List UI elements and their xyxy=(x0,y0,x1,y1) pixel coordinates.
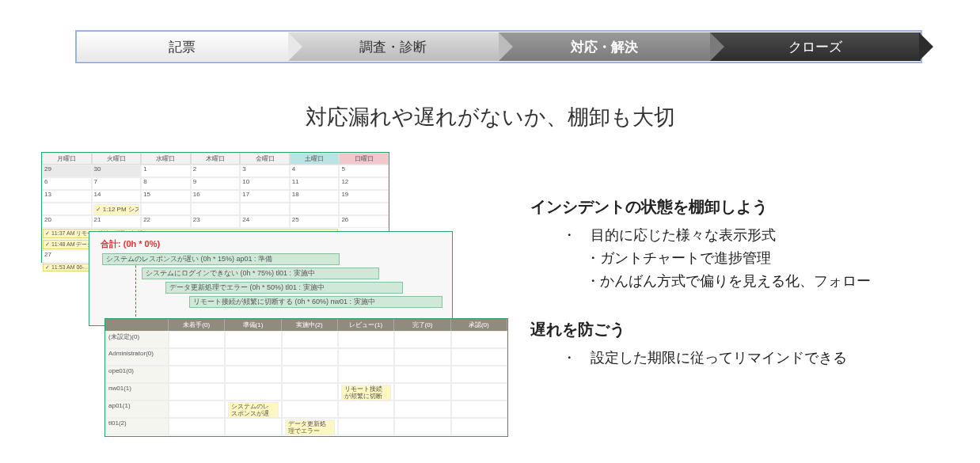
gantt-bar: システムにログインできない (0h * 75%) tl01 : 実施中 xyxy=(142,268,379,279)
kanban-row-label: nw01(1) xyxy=(105,383,169,400)
gantt-bar: リモート接続が頻繁に切断する (0h * 60%) nw01 : 実施中 xyxy=(189,296,443,308)
kanban-row-label: Administrator(0) xyxy=(105,348,169,366)
calendar-event: ✓ 11:53 AM 06-… xyxy=(43,264,90,271)
right-text-column: インシデントの状態を棚卸しよう ・ 目的に応じた様々な表示形式 ・ガントチャート… xyxy=(530,196,942,370)
calendar-header: 月曜日 火曜日 水曜日 木曜日 金曜日 土曜日 日曜日 xyxy=(42,153,389,165)
kanban-row: Administrator(0) xyxy=(105,348,507,366)
day-sun: 日曜日 xyxy=(339,153,389,165)
kanban-card: データ更新処理でエラー xyxy=(285,419,335,435)
phase-step-2: 調査・診断 xyxy=(288,32,499,61)
kanban-row: ope01(0) xyxy=(105,366,507,383)
gantt-bars: システムのレスポンスが遅い (0h * 15%) ap01 : 準備 システムに… xyxy=(94,253,447,317)
calendar-row: 29 30 1 2 3 4 5 xyxy=(42,165,389,177)
calendar-row: 13 14 15 16 17 18 19 xyxy=(42,190,389,203)
day-tue: 火曜日 xyxy=(92,153,142,165)
gantt-bar: データ更新処理でエラー (0h * 50%) tl01 : 実施中 xyxy=(165,282,403,294)
kanban-row: tl01(2)データ更新処理でエラーシステムにログインできない xyxy=(105,418,507,435)
day-mon: 月曜日 xyxy=(42,153,92,165)
kanban-card: システムのレスポンスが遅い xyxy=(228,402,278,418)
kanban-row-label: ope01(0) xyxy=(105,366,169,383)
phase-step-2-label: 調査・診断 xyxy=(359,38,427,56)
chevron-right-icon xyxy=(499,32,513,61)
headline: 対応漏れや遅れがないか、棚卸も大切 xyxy=(0,103,980,131)
chevron-right-icon xyxy=(710,32,724,61)
calendar-row: 20 21 22 23 24 25 26 xyxy=(42,215,389,228)
chevron-right-icon xyxy=(919,32,933,61)
phase-step-3-label: 対応・解決 xyxy=(571,38,638,56)
mini-gantt: 合計: (0h * 0%) システムのレスポンスが遅い (0h * 15%) a… xyxy=(89,231,453,326)
screenshot-collage: 月曜日 火曜日 水曜日 木曜日 金曜日 土曜日 日曜日 29 30 1 2 3 … xyxy=(41,152,484,445)
bullet-kanban: ・かんばん方式で偏りを見える化、フォロー xyxy=(586,270,942,293)
kanban-body: (未設定)(0)Administrator(0)ope01(0)nw01(1)リ… xyxy=(105,331,507,435)
kanban-header: 未着手(0) 準備(1) 実施中(2) レビュー(1) 完了(0) 承認(0) xyxy=(105,319,507,331)
kanban-card: リモート接続が頻繁に切断する xyxy=(341,385,391,400)
mini-kanban: 未着手(0) 準備(1) 実施中(2) レビュー(1) 完了(0) 承認(0) … xyxy=(104,318,508,437)
kanban-row: (未設定)(0) xyxy=(105,331,507,348)
calendar-row: 6 7 8 9 10 11 12 xyxy=(42,177,389,190)
kanban-row-label: ap01(1) xyxy=(105,400,169,418)
kanban-row-label: tl01(2) xyxy=(105,418,169,435)
heading-prevent-delay: 遅れを防ごう xyxy=(530,319,942,340)
calendar-row: ✓ 1:12 PM システムにログインできない xyxy=(42,203,389,215)
phase-step-1: 記票 xyxy=(77,32,288,61)
phase-step-3: 対応・解決 xyxy=(499,32,710,61)
kanban-row: ap01(1)システムのレスポンスが遅い xyxy=(105,400,507,418)
day-fri: 金曜日 xyxy=(240,153,290,165)
phase-step-4: クローズ xyxy=(710,32,921,61)
heading-status-check: インシデントの状態を棚卸しよう xyxy=(530,196,942,218)
phase-step-1-label: 記票 xyxy=(169,38,196,56)
bullet-remind: ・ 設定した期限に従ってリマインドできる xyxy=(562,347,942,370)
bullet-gantt: ・ガントチャートで進捗管理 xyxy=(586,247,942,270)
calendar-event: ✓ 1:12 PM システムにログインできない xyxy=(93,204,140,215)
phase-bar: 記票 調査・診断 対応・解決 クローズ xyxy=(75,30,922,63)
chevron-right-icon xyxy=(288,32,302,61)
gantt-total: 合計: (0h * 0%) xyxy=(101,238,441,250)
phase-step-4-label: クローズ xyxy=(788,38,842,56)
gantt-bar: システムのレスポンスが遅い (0h * 15%) ap01 : 準備 xyxy=(102,253,340,265)
day-thu: 木曜日 xyxy=(191,153,241,165)
day-wed: 水曜日 xyxy=(141,153,191,165)
kanban-row: nw01(1)リモート接続が頻繁に切断する xyxy=(105,383,507,400)
bullet-display-formats: ・ 目的に応じた様々な表示形式 xyxy=(562,224,942,247)
day-sat: 土曜日 xyxy=(290,153,340,165)
kanban-row-label: (未設定)(0) xyxy=(105,331,169,348)
